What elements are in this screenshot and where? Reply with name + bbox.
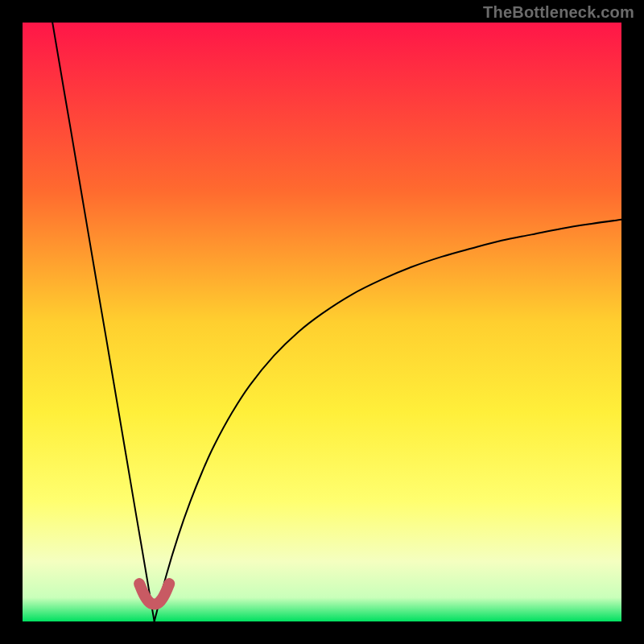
watermark-text: TheBottleneck.com <box>483 3 634 22</box>
chart-svg <box>23 23 621 621</box>
outer-frame: TheBottleneck.com <box>0 0 644 644</box>
gradient-background <box>23 23 621 621</box>
plot-area <box>23 23 621 621</box>
